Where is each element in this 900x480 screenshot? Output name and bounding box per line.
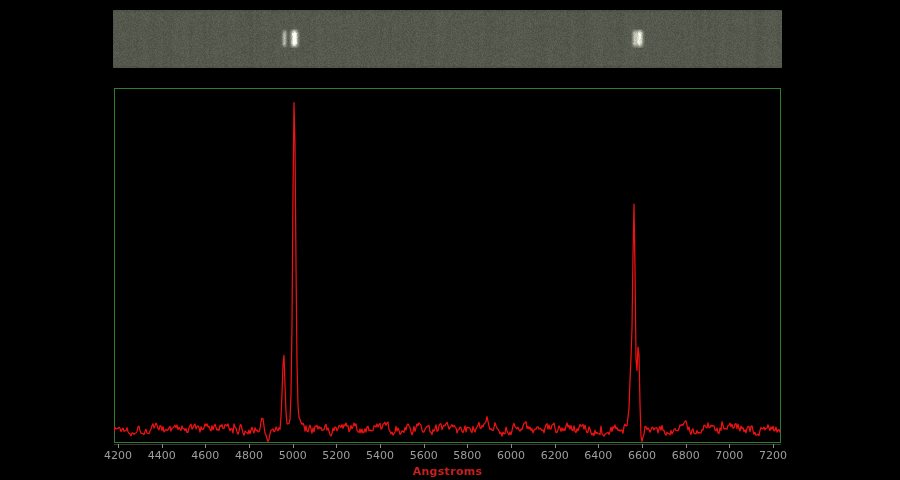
- axis-tick-label: 5200: [322, 449, 350, 462]
- axis-tick: [205, 444, 206, 448]
- axis-tick: [555, 444, 556, 448]
- axis-tick-label: 6600: [628, 449, 656, 462]
- axis-tick-label: 4400: [148, 449, 176, 462]
- axis-tick: [642, 444, 643, 448]
- axis-tick-label: 6400: [584, 449, 612, 462]
- axis-tick-label: 7000: [715, 449, 743, 462]
- axis-tick: [511, 444, 512, 448]
- axis-tick: [686, 444, 687, 448]
- axis-tick-label: 5600: [410, 449, 438, 462]
- axis-tick-label: 6800: [672, 449, 700, 462]
- axis-tick: [598, 444, 599, 448]
- axis-tick-label: 5400: [366, 449, 394, 462]
- axis-tick: [118, 444, 119, 448]
- axis-tick-label: 6000: [497, 449, 525, 462]
- axis-tick: [380, 444, 381, 448]
- axis-tick-label: 7200: [759, 449, 787, 462]
- axis-tick: [729, 444, 730, 448]
- axis-tick-label: 4800: [235, 449, 263, 462]
- axis-tick: [336, 444, 337, 448]
- axis-tick: [249, 444, 250, 448]
- x-axis-label: Angstroms: [114, 465, 781, 478]
- x-axis: Angstroms 420044004600480050005200540056…: [0, 0, 900, 480]
- axis-tick: [424, 444, 425, 448]
- axis-tick-label: 5800: [453, 449, 481, 462]
- axis-tick-label: 6200: [541, 449, 569, 462]
- axis-tick: [773, 444, 774, 448]
- axis-tick: [467, 444, 468, 448]
- axis-tick-label: 4200: [104, 449, 132, 462]
- axis-tick-label: 4600: [191, 449, 219, 462]
- axis-tick-label: 5000: [279, 449, 307, 462]
- axis-tick: [293, 444, 294, 448]
- axis-tick: [162, 444, 163, 448]
- app-background: { "window": { "width": 900, "height": 48…: [0, 0, 900, 480]
- x-axis-line: [114, 444, 781, 445]
